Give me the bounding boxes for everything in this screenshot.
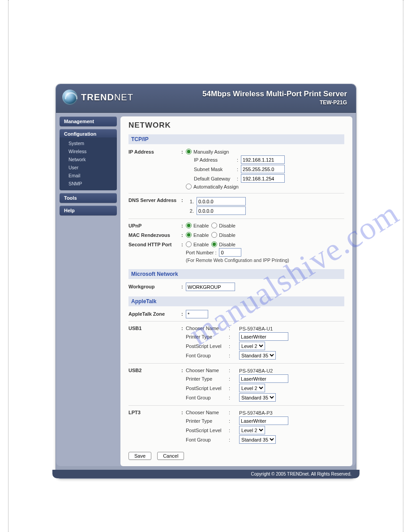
nav-group-tools: Tools bbox=[60, 193, 117, 203]
sublabel-ip: IP Address bbox=[194, 157, 234, 163]
select-ps-level-USB2[interactable]: Level 2 bbox=[239, 384, 265, 392]
nav-items-configuration: System Wireless Network User Email SNMP bbox=[60, 137, 117, 190]
nav-item-wireless[interactable]: Wireless bbox=[60, 147, 117, 155]
page-border-right bbox=[403, 0, 403, 532]
footer: Copyright © 2005 TRENDnet. All Rights Re… bbox=[52, 470, 360, 478]
header-title-block: 54Mbps Wireless Multi-Port Print Server … bbox=[202, 90, 347, 106]
input-default-gateway[interactable] bbox=[241, 174, 285, 183]
input-dns1[interactable] bbox=[197, 197, 246, 206]
sublabel-subnet: Subnet Mask bbox=[194, 167, 234, 172]
select-font-group-LPT3[interactable]: Standard 35 bbox=[239, 435, 276, 444]
brand-thin: NET bbox=[114, 92, 133, 102]
save-button[interactable]: Save bbox=[128, 452, 151, 460]
radio-upnp-enable[interactable]: Enable bbox=[186, 223, 209, 228]
dns1-num: 1. bbox=[186, 199, 194, 204]
section-tcpip: TCP/IP bbox=[128, 134, 344, 144]
header: TRENDNET 54Mbps Wireless Multi-Port Prin… bbox=[56, 84, 356, 113]
radio-http-disable[interactable]: Disable bbox=[211, 241, 235, 247]
label-port-USB1: USB1 bbox=[128, 324, 181, 331]
sublabel-printer-type: Printer Type bbox=[186, 334, 226, 339]
nav-group-help: Help bbox=[60, 206, 117, 215]
brand-text: TRENDNET bbox=[81, 92, 133, 103]
page-title: NETWORK bbox=[128, 121, 344, 130]
page-border-left bbox=[8, 0, 9, 532]
input-subnet-mask[interactable] bbox=[241, 165, 285, 173]
label-upnp: UPnP bbox=[128, 222, 181, 228]
chooser-value-USB1: PS-5974BA-U1 bbox=[239, 325, 273, 331]
sublabel-font-group: Font Group bbox=[186, 395, 226, 400]
content: manualshive.com NETWORK TCP/IP IP Addres… bbox=[120, 116, 352, 466]
nav-item-user[interactable]: User bbox=[60, 163, 117, 172]
nav-group-management: Management bbox=[60, 116, 117, 126]
nav-head-help[interactable]: Help bbox=[60, 206, 117, 215]
label-port-LPT3: LPT3 bbox=[128, 408, 181, 415]
sublabel-chooser: Chooser Name bbox=[186, 368, 226, 373]
button-row: Save Cancel bbox=[128, 452, 344, 460]
label-dns: DNS Server Address bbox=[128, 196, 181, 203]
brand-logo: TRENDNET bbox=[62, 90, 133, 105]
nav-group-configuration: Configuration System Wireless Network Us… bbox=[60, 129, 117, 190]
input-ip-address[interactable] bbox=[241, 155, 285, 164]
label-ip-address: IP Address bbox=[128, 148, 181, 154]
input-appletalk-zone[interactable] bbox=[186, 310, 208, 318]
nav-item-email[interactable]: Email bbox=[60, 172, 117, 180]
sublabel-printer-type: Printer Type bbox=[186, 376, 226, 382]
label-second-http: Second HTTP Port bbox=[128, 240, 181, 247]
sublabel-ps-level: PostScript Level bbox=[186, 428, 226, 433]
label-appletalk-zone: AppleTalk Zone bbox=[128, 310, 181, 317]
sublabel-gateway: Default Gateway bbox=[194, 176, 234, 181]
input-dns2[interactable] bbox=[197, 206, 246, 215]
select-font-group-USB1[interactable]: Standard 35 bbox=[239, 351, 276, 360]
cancel-button[interactable]: Cancel bbox=[157, 452, 184, 460]
sublabel-chooser: Chooser Name bbox=[186, 410, 226, 415]
select-font-group-USB2[interactable]: Standard 35 bbox=[239, 393, 276, 402]
radio-http-enable[interactable]: Enable bbox=[186, 241, 209, 247]
radio-manual-assign[interactable]: Manually Assign bbox=[186, 149, 229, 154]
input-port-number[interactable] bbox=[219, 248, 241, 257]
nav-item-system[interactable]: System bbox=[60, 139, 117, 147]
sidebar: Management Configuration System Wireless… bbox=[60, 116, 117, 466]
radio-mac-enable[interactable]: Enable bbox=[186, 232, 209, 238]
section-msnet: Microsoft Network bbox=[128, 269, 344, 279]
dns2-num: 2. bbox=[186, 208, 194, 214]
chooser-value-LPT3: PS-5974BA-P3 bbox=[239, 409, 273, 416]
product-title: 54Mbps Wireless Multi-Port Print Server bbox=[202, 90, 347, 99]
sublabel-chooser: Chooser Name bbox=[186, 326, 226, 331]
input-printer-type-LPT3[interactable] bbox=[239, 416, 288, 425]
nav-item-snmp[interactable]: SNMP bbox=[60, 180, 117, 188]
product-model: TEW-P21G bbox=[202, 99, 347, 106]
select-ps-level-LPT3[interactable]: Level 2 bbox=[239, 426, 265, 434]
nav-item-network[interactable]: Network bbox=[60, 155, 117, 163]
label-port-USB2: USB2 bbox=[128, 366, 181, 373]
brand-bold: TREND bbox=[81, 92, 114, 102]
radio-auto-assign[interactable]: Automatically Assign bbox=[186, 184, 239, 189]
sublabel-font-group: Font Group bbox=[186, 437, 226, 442]
label-mac-rendezvous: MAC Rendezvous bbox=[128, 231, 181, 238]
input-printer-type-USB2[interactable] bbox=[239, 374, 288, 383]
sublabel-font-group: Font Group bbox=[186, 353, 226, 358]
radio-upnp-disable[interactable]: Disable bbox=[211, 223, 235, 228]
select-ps-level-USB1[interactable]: Level 2 bbox=[239, 342, 265, 350]
globe-icon bbox=[62, 90, 77, 105]
radio-mac-disable[interactable]: Disable bbox=[211, 232, 235, 238]
http-note: (For Remote Web Configuration and IPP Pr… bbox=[186, 257, 289, 263]
body: Management Configuration System Wireless… bbox=[56, 113, 356, 466]
label-port-number: Port Number : bbox=[186, 250, 216, 255]
sublabel-ps-level: PostScript Level bbox=[186, 386, 226, 391]
nav-head-management[interactable]: Management bbox=[60, 116, 117, 126]
input-printer-type-USB1[interactable] bbox=[239, 332, 288, 341]
chooser-value-USB2: PS-5974BA-U2 bbox=[239, 367, 273, 373]
input-workgroup[interactable] bbox=[186, 283, 235, 291]
router-admin-frame: TRENDNET 54Mbps Wireless Multi-Port Prin… bbox=[56, 84, 356, 478]
label-workgroup: Workgroup bbox=[128, 283, 181, 289]
section-appletalk: AppleTalk bbox=[128, 296, 344, 306]
sublabel-printer-type: Printer Type bbox=[186, 418, 226, 424]
sublabel-ps-level: PostScript Level bbox=[186, 343, 226, 349]
nav-head-tools[interactable]: Tools bbox=[60, 193, 117, 203]
